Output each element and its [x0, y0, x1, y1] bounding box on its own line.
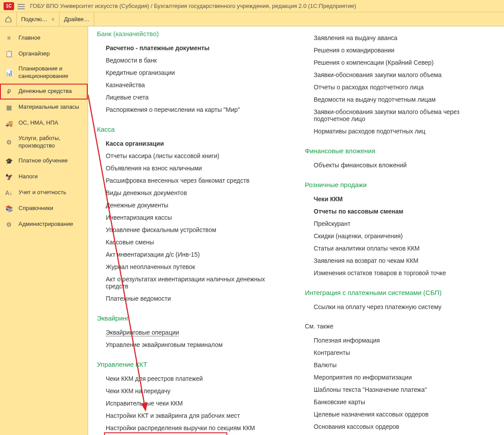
sidebar-icon: 🦅 — [4, 173, 13, 181]
sidebar-item-label: Материальные запасы — [19, 103, 79, 111]
sidebar-icon: ⚙ — [4, 138, 13, 147]
menu-link[interactable]: Исправительные чеки ККМ — [97, 397, 287, 409]
sidebar-item-4[interactable]: ▦Материальные запасы — [0, 100, 88, 115]
menu-link[interactable]: Валюты — [305, 359, 495, 371]
menu-link[interactable]: Заявки-обоснования закупки малого объема… — [305, 106, 495, 125]
section-title[interactable]: Касса — [97, 125, 287, 133]
menu-link[interactable]: Изменения остатков товаров в торговой то… — [305, 267, 495, 279]
sidebar-item-label: ОС, НМА, НПА — [19, 119, 58, 127]
sidebar-item-label: Органайзер — [19, 50, 50, 58]
menu-link[interactable]: Эквайринговые операции — [106, 326, 179, 339]
menu-link[interactable]: Целевые назначения кассовых ордеров — [305, 408, 495, 420]
menu-link[interactable]: Чеки ККМ — [305, 193, 495, 205]
menu-link[interactable]: Ссылки на оплату через платежную систему — [305, 301, 495, 313]
menu-link[interactable]: Инвентаризация кассы — [97, 211, 287, 224]
sidebar-item-label: Главное — [19, 34, 41, 42]
menu-link[interactable]: Нормативы расходов подотчетных лиц — [305, 125, 495, 137]
tab-label: Подклю… — [21, 16, 48, 22]
sidebar-item-11[interactable]: ⚙Администрирование — [0, 217, 88, 232]
sidebar-icon: ▦ — [4, 103, 13, 112]
sidebar-item-label: Справочники — [19, 205, 53, 212]
menu-link[interactable]: Ведомости в банк — [97, 54, 287, 66]
sidebar-icon: ₽ — [4, 87, 13, 96]
sidebar-icon: 🚚 — [4, 119, 13, 128]
home-tab[interactable] — [0, 12, 17, 26]
menu-link[interactable]: Скидки (наценки, ограничения) — [305, 230, 495, 242]
sidebar-item-6[interactable]: ⚙Услуги, работы, производство — [0, 131, 88, 153]
sidebar-icon: A↓ — [4, 188, 13, 197]
sidebar-item-label: Налоги — [19, 173, 38, 181]
menu-link[interactable]: Кассовые смены — [97, 236, 287, 248]
menu-link[interactable]: Расчетно - платежные документы — [97, 42, 287, 54]
menu-link[interactable]: Решения о компенсации (Крайний Север) — [305, 56, 495, 69]
menu-link[interactable]: Управление фискальным устройством — [97, 224, 287, 236]
sidebar-item-0[interactable]: ≡Главное — [0, 30, 88, 46]
menu-link[interactable]: Решения о командировании — [305, 44, 495, 56]
sidebar-item-9[interactable]: A↓Учет и отчетность — [0, 185, 88, 201]
sidebar-item-label: Платное обучение — [19, 157, 68, 165]
section-title[interactable]: Финансовые вложения — [305, 147, 495, 155]
menu-link[interactable]: Заявления на выдачу аванса — [305, 32, 495, 44]
sidebar-item-label: Администрирование — [19, 221, 73, 228]
menu-link[interactable]: Кредитные организации — [97, 66, 287, 79]
section-title[interactable]: Интеграция с платежными системами (СБП) — [305, 289, 495, 296]
menu-link[interactable]: Чеки ККМ для реестров платежей — [97, 372, 287, 385]
menu-link[interactable]: Контрагенты — [305, 347, 495, 359]
menu-link[interactable]: Заявки-обоснования закупки малого объема — [305, 69, 495, 81]
menu-link[interactable]: Отчеты кассира (листы кассовой книги) — [97, 150, 287, 162]
menu-link[interactable]: Заявления на возврат по чекам ККМ — [305, 254, 495, 267]
sidebar-icon: 📊 — [4, 68, 13, 77]
sidebar-icon: 📋 — [4, 49, 13, 58]
menu-link[interactable]: Казначейства — [97, 79, 287, 91]
sidebar-item-2[interactable]: 📊Планирование и санкционирование — [0, 62, 88, 84]
close-icon[interactable]: × — [51, 16, 55, 23]
menu-link[interactable]: Банковские символы — [305, 433, 495, 435]
tab-2[interactable]: Драйве… — [59, 12, 94, 26]
menu-link[interactable]: Лицевые счета — [97, 91, 287, 103]
section-title[interactable]: Управление ККТ — [97, 361, 287, 368]
menu-link[interactable]: Денежные документы — [97, 199, 287, 211]
menu-link[interactable]: Касса организации — [97, 137, 287, 150]
sidebar-item-7[interactable]: 🎓Платное обучение — [0, 153, 88, 169]
menu-link[interactable]: Шаблоны текста "Назначение платежа" — [305, 383, 495, 396]
menu-link[interactable]: Объекты финансовых вложений — [305, 159, 495, 171]
menu-link[interactable]: Отчеты по кассовым сменам — [305, 205, 495, 218]
tab-label: Драйве… — [64, 16, 89, 22]
app-title: ГОБУ ВПО Университет искусств (Субсидия)… — [30, 3, 356, 9]
menu-link[interactable]: Отчеты о расходах подотчетного лица — [305, 81, 495, 93]
tab-1[interactable]: Подклю… × — [17, 12, 59, 26]
sidebar-item-label: Денежные средства — [19, 88, 72, 95]
menu-link[interactable]: Банковские карты — [305, 396, 495, 408]
menu-link[interactable]: Виды денежных документов — [97, 187, 287, 199]
sidebar-icon: ≡ — [4, 33, 13, 42]
menu-link[interactable]: Прейскурант — [305, 218, 495, 230]
menu-link[interactable]: Ведомости на выдачу подотчетным лицам — [305, 93, 495, 106]
sidebar-item-1[interactable]: 📋Органайзер — [0, 46, 88, 62]
hamburger-icon[interactable] — [18, 3, 25, 10]
menu-link[interactable]: Настройки распределения выручки по секци… — [97, 422, 287, 434]
sidebar-item-5[interactable]: 🚚ОС, НМА, НПА — [0, 115, 88, 131]
section-title[interactable]: Эквайринг — [97, 314, 287, 322]
section-title[interactable]: Розничные продажи — [305, 181, 495, 188]
section-title[interactable]: Банк (казначейство) — [97, 26, 287, 37]
sidebar-item-8[interactable]: 🦅Налоги — [0, 169, 88, 185]
menu-link[interactable]: Управление эквайринговым терминалом — [97, 339, 287, 351]
menu-link[interactable]: Акт о результатах инвентаризации наличны… — [97, 273, 287, 292]
menu-link[interactable]: Платежные ведомости — [97, 292, 287, 305]
sidebar-item-label: Учет и отчетность — [19, 189, 66, 196]
logo-1c: 1C — [4, 2, 14, 10]
sidebar-item-3[interactable]: ₽Денежные средства — [0, 84, 88, 100]
menu-link[interactable]: Мероприятия по информатизации — [305, 371, 495, 383]
menu-link[interactable]: Журнал неоплаченных путевок — [97, 261, 287, 273]
menu-link[interactable]: Основания кассовых ордеров — [305, 420, 495, 433]
menu-link[interactable]: Статьи аналитики оплаты чеков ККМ — [305, 242, 495, 254]
sidebar-icon: 🎓 — [4, 157, 13, 166]
menu-link[interactable]: Чеки ККМ на передачу — [97, 385, 287, 397]
menu-link[interactable]: Акт инвентаризации д/с (Инв-15) — [97, 248, 287, 261]
menu-link[interactable]: Расшифровка внесенных через банкомат сре… — [97, 174, 287, 187]
menu-link[interactable]: Настройки ККТ и эквайринга для рабочих м… — [97, 409, 287, 422]
menu-link[interactable]: Полезная информация — [305, 334, 495, 347]
sidebar-item-10[interactable]: 📚Справочники — [0, 201, 88, 217]
menu-link[interactable]: Распоряжения о перечислении на карты "Ми… — [97, 103, 287, 116]
menu-link[interactable]: Объявления на взнос наличными — [97, 162, 287, 174]
